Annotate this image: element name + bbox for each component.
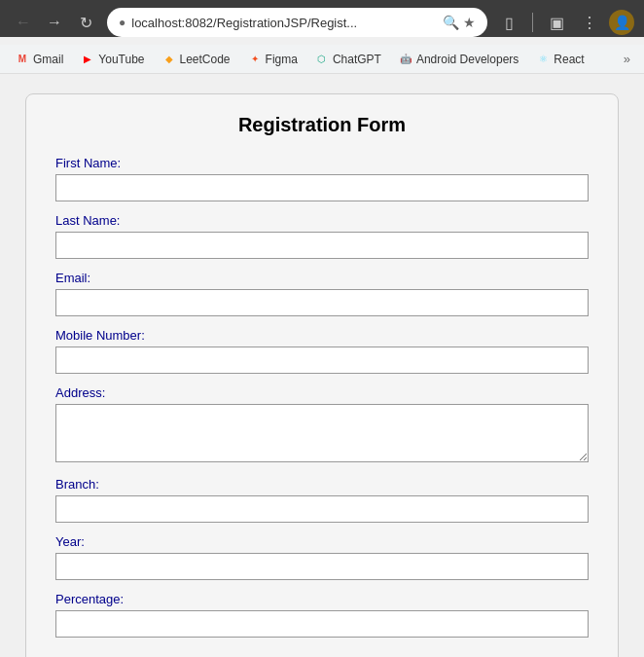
divider xyxy=(532,13,533,32)
address-bar[interactable]: ● localhost:8082/RegistrationJSP/Regist.… xyxy=(107,8,487,37)
bookmark-youtube[interactable]: ▶ YouTube xyxy=(73,50,152,69)
bookmarks-bar: M Gmail ▶ YouTube ◆ LeetCode ✦ Figma ⬡ C… xyxy=(0,45,644,74)
extensions-button[interactable]: ▯ xyxy=(495,9,522,36)
search-icon: 🔍 xyxy=(443,15,459,30)
bookmark-android-label: Android Developers xyxy=(416,53,519,66)
form-group-mobile: Mobile Number: xyxy=(55,328,589,374)
toolbar-icons: ▯ ▣ ⋮ 👤 xyxy=(495,9,634,36)
percentage-label: Percentage: xyxy=(55,592,589,606)
profile-icon-image: 👤 xyxy=(614,15,630,30)
bookmark-gmail[interactable]: M Gmail xyxy=(8,50,71,69)
bookmark-react-label: React xyxy=(554,53,584,66)
form-title: Registration Form xyxy=(55,114,589,136)
browser-chrome: ← → ↻ ● localhost:8082/RegistrationJSP/R… xyxy=(0,0,644,37)
percentage-input[interactable] xyxy=(55,610,589,638)
bookmarks-more-button[interactable]: » xyxy=(618,49,636,69)
page-content: Registration Form First Name: Last Name:… xyxy=(0,74,644,657)
form-container: Registration Form First Name: Last Name:… xyxy=(25,93,619,657)
bookmark-android[interactable]: 🤖 Android Developers xyxy=(391,50,526,69)
android-favicon: 🤖 xyxy=(399,53,412,66)
react-favicon: ⚛ xyxy=(536,53,550,66)
first-name-input[interactable] xyxy=(55,174,589,201)
first-name-label: First Name: xyxy=(55,156,589,170)
branch-label: Branch: xyxy=(55,477,589,492)
form-group-last-name: Last Name: xyxy=(55,213,589,259)
address-text: localhost:8082/RegistrationJSP/Regist... xyxy=(131,16,437,30)
leetcode-favicon: ◆ xyxy=(162,53,176,66)
form-group-address: Address: xyxy=(55,385,589,465)
profile-avatar[interactable]: 👤 xyxy=(609,10,634,35)
email-input[interactable] xyxy=(55,289,589,316)
star-icon[interactable]: ★ xyxy=(463,15,476,30)
last-name-input[interactable] xyxy=(55,232,589,259)
gmail-favicon: M xyxy=(16,53,29,66)
bookmark-figma-label: Figma xyxy=(266,53,298,66)
nav-buttons: ← → ↻ xyxy=(10,9,99,36)
cast-button[interactable]: ▣ xyxy=(543,9,570,36)
refresh-button[interactable]: ↻ xyxy=(72,9,99,36)
bookmark-gmail-label: Gmail xyxy=(33,53,63,66)
forward-button[interactable]: → xyxy=(41,9,68,36)
year-label: Year: xyxy=(55,534,589,549)
branch-input[interactable] xyxy=(55,495,589,523)
youtube-favicon: ▶ xyxy=(81,53,94,66)
figma-favicon: ✦ xyxy=(248,53,262,66)
address-label: Address: xyxy=(55,385,589,400)
lock-icon: ● xyxy=(119,16,125,29)
chatgpt-favicon: ⬡ xyxy=(315,53,329,66)
bookmark-youtube-label: YouTube xyxy=(98,53,144,66)
address-icons: 🔍 ★ xyxy=(443,15,476,30)
year-input[interactable] xyxy=(55,553,589,580)
mobile-input[interactable] xyxy=(55,347,589,374)
bookmark-chatgpt[interactable]: ⬡ ChatGPT xyxy=(307,50,389,69)
last-name-label: Last Name: xyxy=(55,213,589,228)
mobile-label: Mobile Number: xyxy=(55,328,589,343)
email-label: Email: xyxy=(55,271,589,285)
bookmark-leetcode[interactable]: ◆ LeetCode xyxy=(155,50,238,69)
browser-toolbar: ← → ↻ ● localhost:8082/RegistrationJSP/R… xyxy=(10,8,634,37)
back-button[interactable]: ← xyxy=(10,9,37,36)
address-input[interactable] xyxy=(55,404,589,462)
form-group-email: Email: xyxy=(55,271,589,316)
form-group-branch: Branch: xyxy=(55,477,589,523)
form-group-year: Year: xyxy=(55,534,589,580)
bookmark-react[interactable]: ⚛ React xyxy=(528,50,591,69)
more-button[interactable]: ⋮ xyxy=(576,9,603,36)
bookmark-chatgpt-label: ChatGPT xyxy=(333,53,381,66)
bookmark-figma[interactable]: ✦ Figma xyxy=(240,50,305,69)
form-group-first-name: First Name: xyxy=(55,156,589,201)
form-group-percentage: Percentage: xyxy=(55,592,589,638)
bookmark-leetcode-label: LeetCode xyxy=(180,53,231,66)
